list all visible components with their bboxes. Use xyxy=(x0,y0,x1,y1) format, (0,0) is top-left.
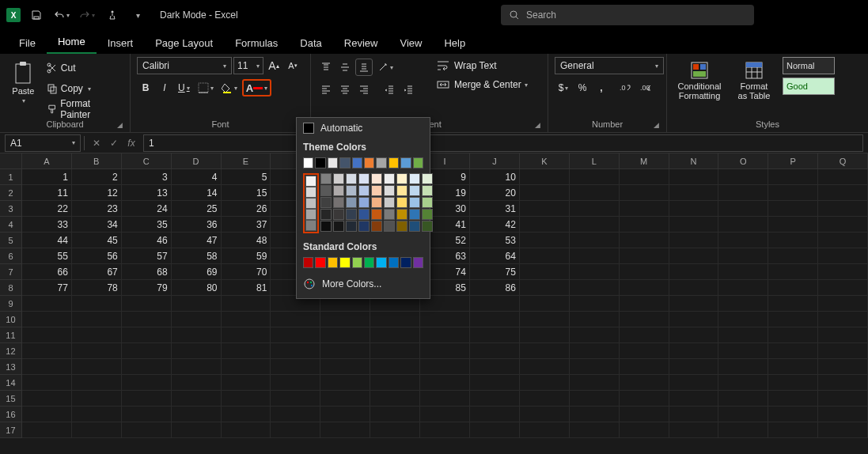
cell[interactable]: 3 xyxy=(122,169,172,185)
cell[interactable] xyxy=(818,185,868,201)
cell[interactable] xyxy=(620,422,669,438)
color-swatch[interactable] xyxy=(409,209,420,220)
underline-button[interactable]: U▾ xyxy=(175,79,193,96)
cell[interactable] xyxy=(420,343,470,359)
cell[interactable]: 80 xyxy=(172,280,222,296)
column-header[interactable]: D xyxy=(172,153,222,169)
fill-color-button[interactable]: ▾ xyxy=(218,79,241,96)
cell[interactable] xyxy=(520,327,570,343)
row-header[interactable]: 12 xyxy=(0,343,22,359)
cell[interactable] xyxy=(520,280,570,296)
cell[interactable]: 12 xyxy=(72,185,122,201)
color-swatch[interactable] xyxy=(358,173,370,184)
cell[interactable] xyxy=(420,422,470,438)
cell[interactable] xyxy=(172,359,222,375)
cell[interactable] xyxy=(22,296,72,312)
cell[interactable] xyxy=(570,217,620,233)
cell[interactable]: 64 xyxy=(470,248,520,264)
cell[interactable] xyxy=(22,422,72,438)
alignment-launcher[interactable]: ◢ xyxy=(533,121,541,129)
cell[interactable] xyxy=(320,375,370,391)
cell[interactable] xyxy=(520,217,570,233)
cell[interactable] xyxy=(222,422,271,438)
cell[interactable] xyxy=(818,312,868,327)
cell[interactable] xyxy=(669,359,719,375)
cell[interactable] xyxy=(669,375,719,391)
cell[interactable] xyxy=(222,359,271,375)
cell[interactable] xyxy=(570,375,620,391)
color-swatch[interactable] xyxy=(409,197,420,208)
cell[interactable]: 86 xyxy=(470,280,520,296)
cell[interactable] xyxy=(570,185,620,201)
cell[interactable] xyxy=(768,217,818,233)
cell[interactable]: 47 xyxy=(172,233,222,248)
cell[interactable] xyxy=(718,248,768,264)
font-color-button[interactable]: A▾ xyxy=(242,79,271,96)
column-header[interactable]: C xyxy=(122,153,172,169)
cell[interactable] xyxy=(718,185,768,201)
cell[interactable] xyxy=(718,201,768,217)
cell[interactable] xyxy=(768,248,818,264)
cell[interactable] xyxy=(620,201,669,217)
decrease-indent-button[interactable] xyxy=(381,81,398,98)
cell[interactable] xyxy=(420,312,470,327)
color-swatch[interactable] xyxy=(358,185,370,196)
cell[interactable]: 48 xyxy=(222,233,271,248)
paste-button[interactable]: Paste ▾ xyxy=(6,57,40,114)
cell[interactable] xyxy=(370,391,420,407)
color-swatch[interactable] xyxy=(305,209,316,220)
align-right-button[interactable] xyxy=(355,81,373,98)
cell[interactable] xyxy=(172,343,222,359)
color-swatch[interactable] xyxy=(305,187,316,198)
cell[interactable] xyxy=(570,343,620,359)
column-header[interactable]: E xyxy=(222,153,271,169)
cell[interactable] xyxy=(320,312,370,327)
insert-function-button[interactable]: fx xyxy=(123,134,140,152)
color-swatch[interactable] xyxy=(364,157,374,168)
column-header[interactable]: P xyxy=(768,153,818,169)
color-swatch[interactable] xyxy=(396,197,407,208)
cell[interactable] xyxy=(222,327,271,343)
cell[interactable] xyxy=(768,296,818,312)
cell[interactable] xyxy=(271,375,320,391)
cell[interactable] xyxy=(420,375,470,391)
cell[interactable] xyxy=(172,296,222,312)
cell[interactable] xyxy=(620,359,669,375)
cell[interactable] xyxy=(370,407,420,422)
color-swatch[interactable] xyxy=(328,157,338,168)
cell[interactable] xyxy=(470,407,520,422)
cell[interactable] xyxy=(718,375,768,391)
cell[interactable] xyxy=(72,391,122,407)
cell[interactable] xyxy=(768,264,818,280)
align-middle-button[interactable] xyxy=(336,59,354,76)
cell[interactable] xyxy=(570,359,620,375)
cell[interactable]: 45 xyxy=(72,233,122,248)
color-swatch[interactable] xyxy=(396,221,407,232)
cell[interactable]: 69 xyxy=(172,264,222,280)
cell[interactable] xyxy=(669,280,719,296)
cell[interactable] xyxy=(470,343,520,359)
cell[interactable] xyxy=(22,327,72,343)
cell[interactable]: 77 xyxy=(22,280,72,296)
color-swatch[interactable] xyxy=(358,209,370,220)
cell[interactable] xyxy=(669,169,719,185)
column-header[interactable]: J xyxy=(470,153,520,169)
column-header[interactable]: L xyxy=(570,153,620,169)
cell[interactable] xyxy=(271,422,320,438)
cell[interactable] xyxy=(122,422,172,438)
conditional-formatting-button[interactable]: Conditional Formatting xyxy=(673,57,726,104)
cell[interactable]: 78 xyxy=(72,280,122,296)
percent-button[interactable]: % xyxy=(574,79,591,96)
cell[interactable] xyxy=(718,407,768,422)
cell[interactable] xyxy=(370,312,420,327)
increase-font-button[interactable]: A▴ xyxy=(265,57,282,74)
decrease-decimal-button[interactable]: .00 xyxy=(637,79,656,96)
name-box[interactable]: A1▾ xyxy=(5,134,81,152)
cell[interactable] xyxy=(768,233,818,248)
cell[interactable] xyxy=(320,359,370,375)
cell[interactable] xyxy=(768,280,818,296)
cell[interactable]: 56 xyxy=(72,248,122,264)
cell[interactable] xyxy=(222,375,271,391)
merge-center-button[interactable]: Merge & Center▾ xyxy=(434,78,531,92)
color-swatch[interactable] xyxy=(339,257,350,268)
